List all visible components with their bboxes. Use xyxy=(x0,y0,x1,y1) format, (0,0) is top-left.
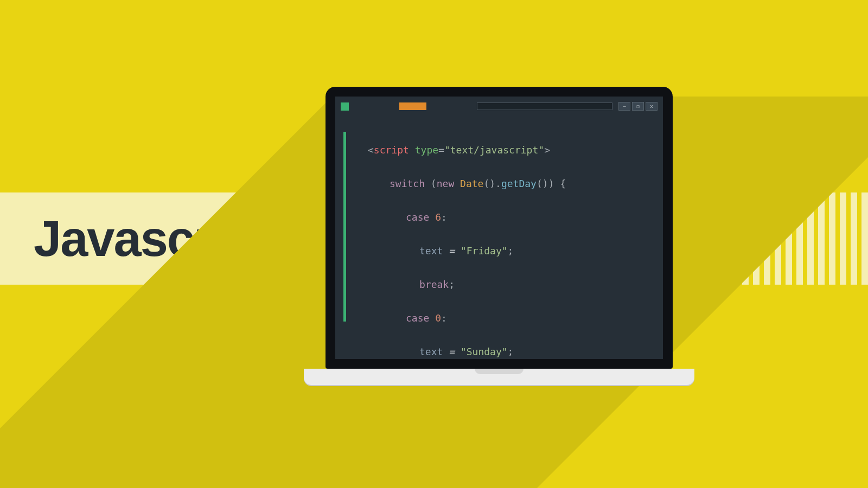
laptop-base xyxy=(304,369,694,385)
code-token: case xyxy=(406,312,429,324)
code-token: 0 xyxy=(429,312,441,324)
code-token: switch xyxy=(390,178,425,189)
code-token: getDay xyxy=(501,178,537,189)
code-token: ( xyxy=(425,178,437,189)
editor-gutter xyxy=(343,132,346,322)
code-token: case xyxy=(406,211,429,223)
code-token: ; xyxy=(508,245,514,256)
code-token: break xyxy=(419,279,449,290)
code-token: 6 xyxy=(429,211,441,223)
code-token: text xyxy=(419,346,449,357)
screen-bezel: — ❐ x <script type="text/javascript"> sw… xyxy=(326,87,673,369)
code-token: : xyxy=(441,211,447,223)
editor-topbar: — ❐ x xyxy=(341,101,658,112)
laptop: — ❐ x <script type="text/javascript"> sw… xyxy=(326,87,694,385)
code-token: "text/javascript" xyxy=(444,144,544,156)
code-token: < xyxy=(368,144,374,156)
code-token: "Sunday" xyxy=(461,346,508,357)
code-token: ()) { xyxy=(537,178,566,189)
minimize-button[interactable]: — xyxy=(618,102,630,111)
code-token: ; xyxy=(508,346,514,357)
code-token: = xyxy=(438,144,444,156)
code-token: ; xyxy=(449,279,455,290)
code-token: = xyxy=(449,346,461,357)
laptop-notch xyxy=(475,369,524,374)
tab-indicator-orange xyxy=(399,102,426,110)
code-token: : xyxy=(441,312,447,324)
code-token: = xyxy=(449,245,461,256)
address-bar[interactable] xyxy=(477,102,612,110)
code-token: type xyxy=(409,144,438,156)
code-token: "Friday" xyxy=(461,245,508,256)
code-block: <script type="text/javascript"> switch (… xyxy=(368,125,566,359)
code-token: script xyxy=(374,144,409,156)
code-token: new xyxy=(437,178,455,189)
close-button[interactable]: x xyxy=(646,102,658,111)
code-editor-screen: — ❐ x <script type="text/javascript"> sw… xyxy=(335,97,663,359)
code-token: text xyxy=(419,245,449,256)
maximize-button[interactable]: ❐ xyxy=(632,102,644,111)
code-token: Date xyxy=(454,178,483,189)
code-token: (). xyxy=(483,178,501,189)
tab-indicator-green xyxy=(341,102,349,111)
code-token: > xyxy=(544,144,550,156)
